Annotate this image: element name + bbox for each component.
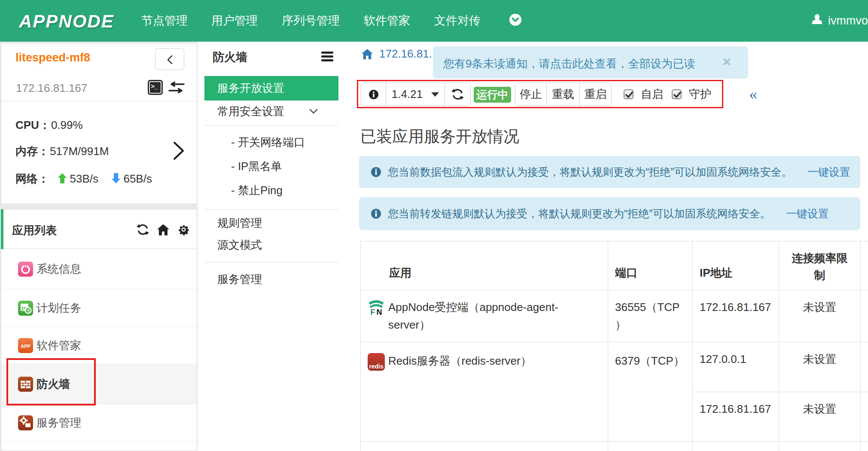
nav-more-dropdown-icon[interactable] (509, 14, 521, 26)
top-navbar: APPNODE 节点管理 用户管理 序列号管理 软件管家 文件对传 ivmmvo (0, 0, 868, 42)
gear-icon[interactable] (178, 224, 189, 237)
menu-divider (204, 125, 338, 126)
app-name: AppNode受控端（appnode-agent-server） (388, 299, 569, 334)
version-dropdown[interactable]: 1.4.21 (386, 83, 445, 106)
menu-item-ip-blacklist[interactable]: - IP黑名单 (204, 154, 338, 178)
alert-text: 您当前转发链规则默认为接受，将默认规则更改为“拒绝”可以加固系统网络安全。 (388, 207, 771, 221)
port-cell: 36555（TCP） (608, 290, 693, 342)
app-list-tools (137, 224, 189, 237)
autostart-checkbox[interactable] (624, 89, 633, 99)
one-click-setup-link[interactable]: 一键设置 (786, 207, 829, 221)
appnode-logo[interactable]: APPNODE (19, 11, 114, 32)
empty-cell (608, 442, 693, 451)
limit-cell: 未设置 (779, 290, 861, 342)
app-item-cron[interactable]: 计划任务 (1, 289, 197, 327)
redis-tile: redis (368, 353, 385, 371)
app-item-services[interactable]: 服务管理 (1, 404, 197, 442)
server-info-card: litespeed-mf8 172.16.81.167 >_ CPU：0.99%… (1, 43, 197, 204)
app-item-label: 计划任务 (37, 301, 81, 316)
menu-item-source-mode[interactable]: 源文模式 (204, 234, 338, 256)
menu-item-forbid-ping[interactable]: - 禁止Ping (204, 178, 338, 202)
menu-item-rule-management[interactable]: 规则管理 (204, 212, 338, 234)
reload-button[interactable]: 重载 (547, 83, 580, 106)
switch-server-icon[interactable] (168, 82, 185, 95)
nav-item-user-management[interactable]: 用户管理 (199, 0, 270, 42)
menu-item-service-open-settings[interactable]: 服务开放设置 (204, 76, 338, 101)
port-value: 36555（TCP） (615, 299, 685, 334)
nav-item-serial-management[interactable]: 序列号管理 (270, 0, 352, 42)
redis-app-icon: redis (368, 353, 385, 371)
notification-bar: 您有9条未读通知，请点击此处查看，全部设为已读 × (433, 46, 748, 79)
daemon-label[interactable]: 守护 (689, 87, 711, 102)
stop-button[interactable]: 停止 (515, 83, 547, 106)
main-content: 172.16.81.167 1.4.21 运行中 停止 重载 重启 自启 守 (356, 42, 868, 451)
version-label: 1.4.21 (392, 88, 423, 101)
restart-button[interactable]: 重启 (580, 83, 611, 106)
refresh-icon[interactable] (137, 224, 149, 237)
chevron-down-icon (309, 109, 318, 114)
nav-item-software-manager[interactable]: 软件管家 (352, 0, 422, 42)
refresh-button[interactable] (445, 83, 470, 106)
firewall-menu: 服务开放设置 常用安全设置 - 开关网络端口 - IP黑名单 - 禁止Ping … (204, 76, 338, 290)
empty-cell (779, 442, 861, 451)
menu-toggle-icon[interactable] (321, 52, 333, 61)
col-header-app: 应用 (361, 241, 608, 290)
server-name: litespeed-mf8 (15, 51, 90, 64)
stat-label: 内存： (15, 145, 49, 158)
installed-services-table: 应用 端口 IP地址 连接频率限制 FN AppNode受控端（appnode-… (360, 241, 868, 451)
page-heading: 已装应用服务开放情况 (360, 126, 519, 147)
close-icon[interactable]: × (722, 54, 731, 69)
terminal-glyph: >_ (151, 83, 158, 91)
app-list-header: 应用列表 (1, 210, 197, 249)
firewall-icon (18, 377, 33, 392)
software-manager-icon: APP (18, 338, 33, 353)
network-label: 网络： (15, 172, 49, 185)
app-item-software-manager[interactable]: APP 软件管家 (1, 327, 197, 364)
burger-bar (321, 55, 333, 58)
daemon-checkbox[interactable] (672, 89, 682, 99)
firewall-menu-sidebar: 防火墙 服务开放设置 常用安全设置 - 开关网络端口 - IP黑名单 - 禁止P… (202, 42, 348, 451)
alert-inbound-rule: 您当前数据包流入规则默认为接受，将默认规则更改为“拒绝”可以加固系统网络安全。 … (359, 156, 860, 188)
info-button[interactable] (361, 83, 386, 106)
col-header-extra (861, 241, 868, 290)
col-header-limit: 连接频率限制 (779, 241, 861, 290)
menu-item-switch-ports[interactable]: - 开关网络端口 (204, 130, 338, 154)
app-list-title: 应用列表 (12, 223, 57, 238)
app-item-firewall[interactable]: 防火墙 (1, 364, 197, 404)
nav-item-node-management[interactable]: 节点管理 (129, 0, 200, 42)
header-accent-bar (1, 209, 3, 249)
table-row-next (361, 442, 868, 451)
card-divider (1, 101, 197, 101)
user-icon (811, 13, 823, 28)
svg-text:N: N (377, 308, 382, 317)
toolbar-button-group-info: 1.4.21 (361, 82, 471, 106)
app-item-label: 服务管理 (37, 415, 81, 430)
nav-item-file-transfer[interactable]: 文件对传 (422, 0, 493, 42)
svg-text:F: F (371, 308, 375, 317)
one-click-setup-link[interactable]: 一键设置 (807, 165, 850, 179)
collapse-toolbar-icon[interactable]: « (749, 83, 757, 104)
limit-cell: 未设置 (779, 342, 861, 392)
notification-text[interactable]: 您有9条未读通知，请点击此处查看，全部设为已读 (443, 56, 695, 71)
autostart-label[interactable]: 自启 (641, 87, 663, 102)
ip-cell: 127.0.0.1 (693, 342, 779, 392)
app-list-card: 应用列表 系统信息 (1, 209, 197, 451)
services-icon (18, 415, 33, 430)
table-row-appnode: FN AppNode受控端（appnode-agent-server） 3655… (361, 290, 868, 342)
daemon-checkbox-row: 守护 (672, 82, 711, 106)
upload-arrow-icon (58, 173, 67, 186)
extra-cell (861, 392, 868, 442)
info-circle-icon (371, 209, 381, 219)
user-menu[interactable]: ivmmvo (811, 0, 868, 42)
menu-item-service-management[interactable]: 服务管理 (204, 268, 338, 290)
app-item-label: 软件管家 (37, 338, 81, 353)
terminal-icon[interactable]: >_ (148, 80, 163, 95)
system-info-icon (18, 262, 33, 277)
home-icon[interactable] (157, 224, 169, 237)
app-item-system-info[interactable]: 系统信息 (1, 249, 197, 289)
sidebar-collapse-button[interactable] (155, 48, 184, 70)
menu-item-common-security[interactable]: 常用安全设置 (204, 101, 338, 122)
app-item-label: 防火墙 (37, 377, 70, 392)
memory-stat: 内存：517M/991M (15, 144, 109, 159)
expand-stats-icon[interactable] (173, 141, 185, 162)
